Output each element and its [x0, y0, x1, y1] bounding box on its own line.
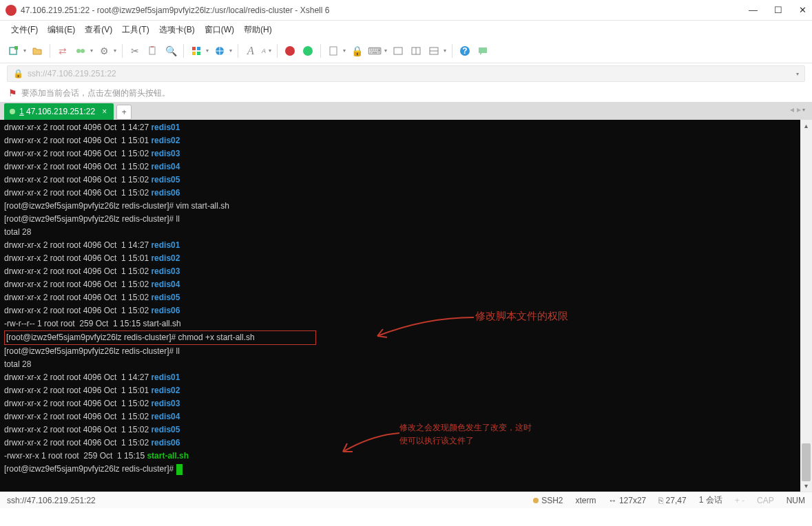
keyboard-icon[interactable]: ⌨	[368, 44, 382, 58]
svg-rect-14	[394, 48, 402, 54]
flag-icon: ⚑	[8, 87, 17, 98]
status-num: NUM	[787, 496, 805, 505]
status-term: xterm	[576, 496, 596, 505]
lock-small-icon: 🔒	[13, 69, 23, 78]
xftp-icon[interactable]	[301, 44, 315, 58]
properties-icon[interactable]: ⚙	[97, 44, 111, 58]
find-icon[interactable]: 🔍	[164, 44, 178, 58]
new-session-icon[interactable]	[7, 44, 21, 58]
layout3-icon[interactable]	[427, 44, 441, 58]
new-tab-button[interactable]: +	[116, 105, 132, 120]
toolbar: ▾ ⇄ ▾ ⚙▾ ✂ 🔍 ▾ ▾ AA▾ ▾ 🔒 ⌨▾ ▾ ?	[0, 39, 812, 63]
svg-rect-9	[197, 52, 200, 55]
menu-window[interactable]: 窗口(W)	[205, 24, 234, 36]
scroll-down-icon[interactable]: ▾	[800, 480, 812, 492]
maximize-button[interactable]: ☐	[774, 5, 782, 15]
scrollbar[interactable]: ▴ ▾	[800, 120, 812, 492]
font-icon[interactable]: A	[244, 44, 258, 58]
svg-rect-1	[14, 46, 18, 50]
menu-view[interactable]: 查看(V)	[85, 24, 112, 36]
status-size: ↔ 127x27	[609, 496, 647, 505]
address-input[interactable]: 🔒 ssh://47.106.219.251:22 ▾	[7, 65, 805, 82]
tab-label: 1 47.106.219.251:22	[19, 107, 95, 116]
tab-bar: 1 47.106.219.251:22 × + ◂ ▸ ▾	[0, 102, 812, 120]
session-tab[interactable]: 1 47.106.219.251:22 ×	[4, 103, 114, 120]
script-icon[interactable]	[326, 44, 340, 58]
layout1-icon[interactable]	[391, 44, 405, 58]
svg-rect-7	[197, 47, 200, 50]
svg-rect-8	[192, 52, 196, 55]
scrollbar-thumb[interactable]	[802, 443, 811, 481]
svg-rect-6	[192, 47, 196, 50]
svg-point-12	[303, 46, 313, 56]
globe-icon[interactable]	[213, 44, 227, 58]
svg-point-2	[76, 49, 81, 53]
tab-prev-icon[interactable]: ◂	[790, 105, 794, 114]
lock-icon[interactable]: 🔒	[350, 44, 364, 58]
menu-edit[interactable]: 编辑(E)	[48, 24, 75, 36]
status-bar: ssh://47.106.219.251:22 SSH2 xterm ↔ 127…	[0, 492, 812, 508]
svg-text:?: ?	[462, 46, 467, 56]
menu-file[interactable]: 文件(F)	[11, 24, 38, 36]
xshell-icon[interactable]	[283, 44, 297, 58]
annotation-2: 修改之会发现颜色发生了改变，这时 便可以执行该文件了	[399, 421, 532, 448]
menu-tabs[interactable]: 选项卡(B)	[159, 24, 195, 36]
copy-icon[interactable]: ✂	[128, 44, 142, 58]
paste-icon[interactable]	[146, 44, 160, 58]
terminal[interactable]: drwxr-xr-x 2 root root 4096 Oct 1 14:27 …	[0, 120, 812, 492]
close-button[interactable]: ✕	[799, 5, 806, 15]
tab-next-icon[interactable]: ▸	[797, 105, 801, 114]
annotation-2-line1: 修改之会发现颜色发生了改变，这时	[399, 421, 532, 434]
scroll-up-icon[interactable]: ▴	[800, 120, 812, 132]
status-ssh: SSH2	[533, 496, 563, 505]
menu-tools[interactable]: 工具(T)	[122, 24, 149, 36]
menu-help[interactable]: 帮助(H)	[244, 24, 272, 36]
disconnect-icon[interactable]	[74, 44, 87, 58]
status-sep: + -	[735, 496, 745, 505]
hint-bar: ⚑ 要添加当前会话，点击左侧的箭头按钮。	[0, 84, 812, 102]
svg-rect-4	[149, 47, 155, 54]
layout2-icon[interactable]	[409, 44, 423, 58]
open-icon[interactable]	[30, 44, 44, 58]
svg-point-3	[81, 49, 85, 53]
svg-point-11	[285, 46, 295, 56]
status-cap: CAP	[757, 496, 774, 505]
hint-text: 要添加当前会话，点击左侧的箭头按钮。	[21, 87, 170, 99]
address-bar: 🔒 ssh://47.106.219.251:22 ▾	[0, 63, 812, 84]
help-icon[interactable]: ?	[458, 44, 472, 58]
tab-close-icon[interactable]: ×	[102, 107, 107, 116]
svg-rect-5	[151, 46, 154, 48]
address-dropdown-icon[interactable]: ▾	[796, 71, 799, 77]
status-left: ssh://47.106.219.251:22	[7, 496, 96, 505]
address-text: ssh://47.106.219.251:22	[28, 69, 116, 78]
annotation-2-line2: 便可以执行该文件了	[399, 434, 532, 448]
svg-rect-13	[330, 47, 337, 55]
annotation-1: 修改脚本文件的权限	[475, 310, 568, 323]
titlebar: 47.106.219.251:22 - root@izwz9ef5sjam9pv…	[0, 0, 812, 21]
app-icon	[6, 5, 17, 16]
minimize-button[interactable]: —	[749, 5, 758, 15]
tab-status-dot-icon	[10, 109, 15, 114]
reconnect-icon[interactable]: ⇄	[56, 44, 70, 58]
chat-icon[interactable]	[476, 44, 490, 58]
tab-menu-icon[interactable]: ▾	[802, 107, 805, 113]
menubar: 文件(F) 编辑(E) 查看(V) 工具(T) 选项卡(B) 窗口(W) 帮助(…	[0, 21, 812, 39]
status-pos: ⎘ 27,47	[658, 496, 686, 505]
window-title: 47.106.219.251:22 - root@izwz9ef5sjam9pv…	[21, 6, 749, 15]
status-sessions: 1 会话	[699, 494, 722, 506]
color-icon[interactable]	[189, 44, 203, 58]
